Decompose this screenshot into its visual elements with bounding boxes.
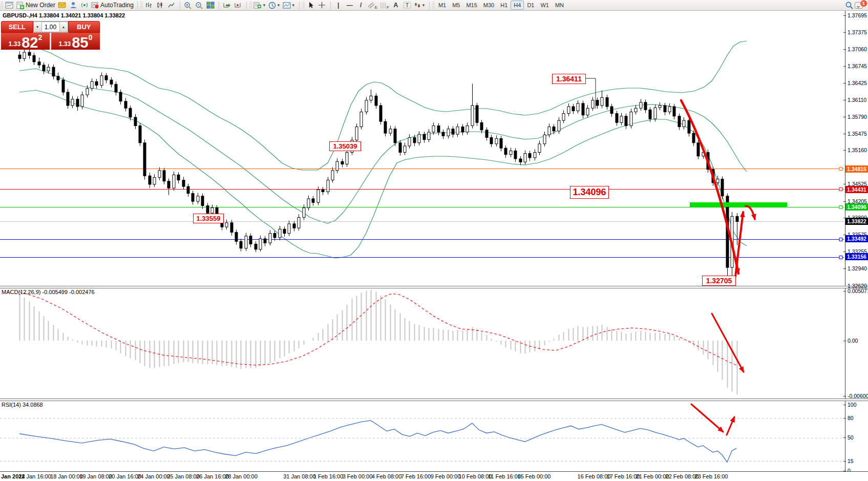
pane-divider-rsi[interactable]: [0, 399, 868, 401]
price-level-badge: 1.34096: [845, 203, 868, 211]
price-annotation-label: 1.32705: [702, 276, 736, 286]
rsi-axis-tick: 15: [848, 458, 854, 464]
sell-price-base: 1.33: [9, 40, 20, 48]
time-axis-label: 1 Feb 16:00: [313, 473, 344, 479]
price-axis-tick: 1.36110: [848, 97, 866, 103]
price-level-badge: 1.33822: [845, 218, 868, 225]
price-axis-tick: 1.35475: [848, 131, 867, 137]
time-axis-label: 14 Jan 16:00: [18, 473, 51, 479]
price-axis-tick: 1.37375: [848, 29, 867, 35]
price-level-badge: 1.34815: [845, 165, 868, 173]
price-axis-tick: 1.35160: [848, 147, 867, 153]
macd-axis-tick: 0.005071: [848, 288, 868, 294]
sell-price-point: 2: [38, 33, 42, 41]
time-axis-label: 28 Jan 00:00: [225, 473, 258, 479]
price-axis-tick: 1.36745: [848, 63, 867, 69]
price-annotation-label: 1.34096: [570, 186, 609, 199]
price-level-badge: 1.34431: [845, 186, 868, 193]
price-axis[interactable]: 1.376951.373751.370601.367451.364251.361…: [845, 11, 868, 471]
macd-value: -0.005499: [42, 289, 68, 295]
price-axis-tick: 1.37695: [848, 12, 867, 18]
price-annotation-label: 1.35039: [329, 141, 361, 151]
volume-decrease-button[interactable]: ▼: [33, 22, 42, 32]
time-axis-label: 10 Feb 08:00: [459, 473, 492, 479]
time-axis-label: 17 Feb 16:00: [607, 473, 640, 479]
ohlc-values: 1.33804 1.34021 1.33804 1.33822: [39, 12, 125, 18]
time-axis-label: 31 Jan 08:00: [283, 473, 316, 479]
rsi-axis-tick: 50: [848, 434, 854, 441]
time-axis-label: 23 Feb 16:00: [695, 473, 728, 479]
pane-divider-macd[interactable]: [0, 286, 868, 288]
macd-axis-tick: -0.006003: [848, 393, 868, 399]
buy-price-point: 0: [88, 33, 92, 41]
buy-price-base: 1.33: [59, 40, 71, 48]
sell-button[interactable]: SELL: [1, 21, 33, 33]
buy-price-pips: 85: [72, 36, 88, 49]
time-axis-label: 22 Feb 08:00: [666, 473, 699, 479]
time-axis-label: 9 Feb 00:00: [431, 473, 461, 479]
time-axis[interactable]: Jan 202214 Jan 16:0018 Jan 00:0019 Jan 0…: [0, 471, 868, 481]
time-axis-label: 18 Jan 00:00: [50, 473, 83, 479]
time-axis-label: 19 Jan 08:00: [79, 473, 112, 479]
macd-name: MACD(12,26,9): [2, 289, 40, 295]
macd-axis-tick: 0.00: [848, 338, 858, 344]
rsi-axis-tick: 80: [848, 415, 854, 421]
time-axis-label: 4 Feb 08:00: [372, 473, 402, 479]
macd-indicator-label: MACD(12,26,9) -0.005499 -0.002476: [2, 289, 95, 295]
price-annotation-label: 1.36411: [552, 74, 586, 84]
price-annotation-label: 1.33559: [193, 214, 224, 223]
time-axis-label: 16 Feb 08:00: [578, 473, 611, 479]
volume-increase-button[interactable]: ▲: [59, 22, 68, 32]
symbol-period: GBPUSD-,H4: [3, 12, 37, 18]
price-axis-tick: 1.35790: [848, 114, 867, 120]
price-axis-tick: 1.37060: [848, 46, 867, 52]
rsi-value: 34.0868: [23, 402, 43, 408]
chart-canvas[interactable]: [0, 0, 868, 481]
price-axis-tick: 1.32940: [848, 265, 867, 271]
one-click-trading-panel: SELL ▼ ▲ BUY 1.33 82 2 1.33 85 0: [1, 21, 100, 50]
macd-signal-value: -0.002476: [69, 289, 95, 295]
rsi-axis-tick: 100: [848, 402, 857, 408]
time-axis-label: 25 Jan 08:00: [167, 473, 200, 479]
time-axis-label: 3 Feb 00:00: [343, 473, 373, 479]
volume-input[interactable]: [42, 22, 59, 32]
rsi-name: RSI(14): [2, 402, 21, 408]
price-level-badge: 1.33492: [845, 235, 868, 242]
sell-price-pips: 82: [22, 36, 38, 49]
time-axis-label: 21 Feb 00:00: [636, 473, 669, 479]
time-axis-label: 20 Jan 16:00: [109, 473, 141, 479]
price-level-badge: 1.33156: [845, 253, 868, 260]
time-axis-label: 24 Jan 00:00: [137, 473, 170, 479]
rsi-indicator-label: RSI(14) 34.0868: [2, 402, 43, 408]
buy-button[interactable]: BUY: [68, 21, 100, 33]
chart-title: GBPUSD-,H4 1.33804 1.34021 1.33804 1.338…: [3, 12, 125, 18]
time-axis-label: 15 Feb 00:00: [518, 473, 551, 479]
time-axis-label: 11 Feb 16:00: [488, 473, 521, 479]
time-axis-label: 7 Feb 16:00: [401, 473, 431, 479]
price-axis-tick: 1.36425: [848, 80, 867, 86]
time-axis-label: 26 Jan 16:00: [196, 473, 229, 479]
sell-price-display[interactable]: 1.33 82 2: [1, 33, 50, 50]
buy-price-display[interactable]: 1.33 85 0: [51, 33, 100, 50]
